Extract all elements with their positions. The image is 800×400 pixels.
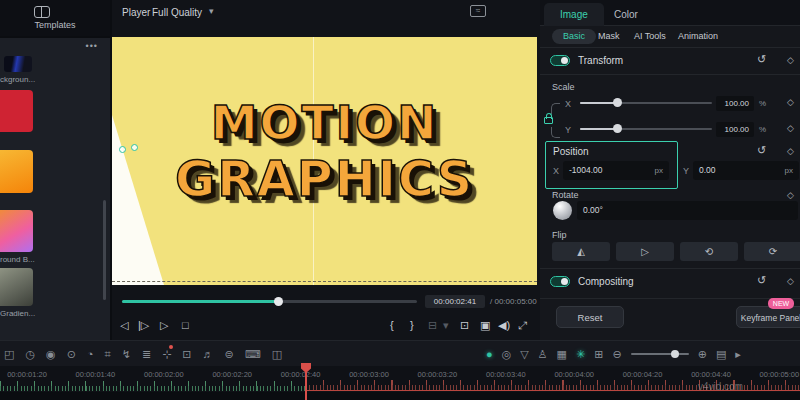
tab-color[interactable]: Color <box>598 3 654 26</box>
motion-tracking-icon[interactable]: ◎ <box>502 344 512 364</box>
quick-split-icon[interactable]: ↯ <box>122 344 131 364</box>
rotate-knob[interactable] <box>553 201 572 220</box>
media-thumb-background[interactable] <box>4 56 32 72</box>
playhead-line[interactable] <box>305 364 307 400</box>
scale-x-keyframe-icon[interactable]: ◇ <box>787 97 794 107</box>
freeze-frame-icon[interactable]: ◫ <box>272 344 282 364</box>
position-keyframe-icon[interactable]: ◇ <box>787 146 794 156</box>
keyframe-panel-button[interactable]: Keyframe Panel <box>736 306 800 328</box>
subtab-mask[interactable]: Mask <box>598 29 620 44</box>
keyframe-diamond-icon[interactable]: ◇ <box>787 55 794 65</box>
inspector-tabs: ImageColor <box>540 0 800 26</box>
rotate-clockwise-button[interactable]: ⟳ <box>744 242 800 261</box>
position-y-field[interactable]: 0.00 px <box>693 161 799 180</box>
subtab-basic[interactable]: Basic <box>552 29 596 44</box>
split-view-button[interactable]: ⊟ <box>428 315 437 335</box>
media-thumb-gray-gradient[interactable] <box>0 268 33 306</box>
scale-x-axis: X <box>565 99 571 109</box>
scale-y-value[interactable]: 100.00 <box>716 122 754 137</box>
layers-icon[interactable]: ▦ <box>557 344 567 364</box>
split-view-caret[interactable]: ▾ <box>443 315 449 335</box>
flip-horizontal-button[interactable]: ◭ <box>552 242 610 261</box>
thumbnail-view-icon[interactable]: ⊞ <box>594 344 603 364</box>
toolbar-right-icons: ●◎▽♙▦✳⊞⊖⊕▤▸ <box>486 344 741 364</box>
expand-caret-icon[interactable]: ▸ <box>735 344 741 364</box>
timeline-zoom-handle[interactable] <box>671 350 679 358</box>
marker-icon[interactable]: ⊡ <box>182 344 191 364</box>
preview-canvas[interactable]: MOTION GRAPHICS <box>112 37 537 285</box>
edit-tool-icon[interactable]: ◰ <box>4 344 14 364</box>
zoom-in-button[interactable]: ⊕ <box>698 344 707 364</box>
scopes-icon[interactable]: ≈ <box>470 5 486 17</box>
fullscreen-button[interactable]: ⤢ <box>518 315 527 335</box>
track-manager-icon[interactable]: ▤ <box>716 344 726 364</box>
media-scrollbar[interactable] <box>103 200 106 300</box>
previous-frame-button[interactable]: ◁ <box>120 315 128 335</box>
display-device-button[interactable]: ⊡ <box>460 315 469 335</box>
flip-vertical-button[interactable]: ▷ <box>616 242 674 261</box>
zoom-out-button[interactable]: ⊖ <box>612 344 621 364</box>
media-thumb-red[interactable] <box>0 90 33 132</box>
scale-x-value[interactable]: 100.00 <box>716 96 754 111</box>
transform-toggle[interactable] <box>550 55 570 66</box>
crop-icon[interactable]: ⌗ <box>105 344 111 364</box>
speech-to-text-icon[interactable]: ⊜ <box>225 344 234 364</box>
reset-position-icon[interactable]: ↺ <box>757 144 766 157</box>
more-options-icon[interactable]: ••• <box>86 41 98 51</box>
rotate-keyframe-icon[interactable]: ◇ <box>787 190 794 200</box>
mask-shield-icon[interactable]: ▽ <box>520 344 528 364</box>
scale-x-slider-handle[interactable] <box>613 98 622 107</box>
color-palette-icon[interactable]: ◉ <box>46 344 56 364</box>
history-icon[interactable]: ◷ <box>25 344 35 364</box>
play-button[interactable]: ▷ <box>160 315 168 335</box>
timeline-zoom-slider[interactable] <box>631 353 689 355</box>
position-label: Position <box>553 146 589 157</box>
adjust-icon[interactable]: ≣ <box>142 344 151 364</box>
mark-out-button[interactable]: } <box>410 315 414 335</box>
media-thumb-orange-gradient[interactable] <box>0 150 33 193</box>
audio-mixer-icon[interactable]: ♬ <box>203 344 214 364</box>
render-preview-toggle-icon[interactable]: ● <box>486 344 493 364</box>
speed-icon[interactable]: ◔ <box>87 344 94 364</box>
selection-handle[interactable] <box>119 146 126 153</box>
scale-y-slider-handle[interactable] <box>613 124 622 133</box>
snapshot-button[interactable]: ▣ <box>480 315 490 335</box>
seek-handle[interactable] <box>274 297 283 306</box>
scale-y-keyframe-icon[interactable]: ◇ <box>787 123 794 133</box>
mark-in-button[interactable]: { <box>390 315 394 335</box>
screen-record-icon[interactable]: ⊙ <box>67 344 76 364</box>
reset-button[interactable]: Reset <box>556 306 624 328</box>
chevron-down-icon[interactable]: ▾ <box>209 6 214 16</box>
compositing-keyframe-icon[interactable]: ◇ <box>787 276 794 286</box>
reset-compositing-icon[interactable]: ↺ <box>757 274 766 287</box>
lock-aspect-icon[interactable] <box>544 117 553 124</box>
scale-x-slider-fill <box>580 102 617 104</box>
ruler-timecode: 00:00:01:40 <box>76 370 116 379</box>
rotate-counterclockwise-button[interactable]: ⟲ <box>680 242 738 261</box>
volume-button[interactable]: ◀) <box>498 315 510 335</box>
scale-x-slider[interactable] <box>580 102 712 104</box>
rotate-field[interactable]: 0.00° <box>577 201 798 220</box>
chroma-key-icon[interactable]: ♙ <box>538 344 548 364</box>
timeline-ruler[interactable]: 00:00:01:2000:00:01:4000:00:02:0000:00:0… <box>0 366 800 392</box>
tab-image[interactable]: Image <box>544 3 604 26</box>
reset-transform-icon[interactable]: ↺ <box>757 53 766 66</box>
templates-nav[interactable]: Templates <box>0 0 110 36</box>
text-to-speech-icon[interactable]: ⌨ <box>245 344 261 364</box>
scale-y-slider[interactable] <box>580 128 712 130</box>
ai-tools-icon[interactable]: ✳ <box>576 344 585 364</box>
compositing-toggle[interactable] <box>550 276 570 287</box>
scale-x-unit: % <box>759 99 766 108</box>
subtab-ai-tools[interactable]: AI Tools <box>634 29 666 44</box>
stop-button[interactable]: □ <box>182 315 189 335</box>
selection-handle[interactable] <box>131 144 138 151</box>
seek-bar[interactable] <box>122 300 417 303</box>
ruler-ticks-elapsed <box>0 380 306 391</box>
quality-dropdown[interactable]: Full Quality <box>152 7 202 18</box>
keyframe-tool-icon[interactable]: ⊹ <box>162 344 171 364</box>
subtab-animation[interactable]: Animation <box>678 29 718 44</box>
media-thumb-pink-gradient[interactable] <box>0 210 33 252</box>
ruler-timecode: 00:00:04:40 <box>691 370 731 379</box>
next-frame-button[interactable]: |▷ <box>138 315 149 335</box>
position-x-field[interactable]: -1004.00 px <box>563 161 669 180</box>
